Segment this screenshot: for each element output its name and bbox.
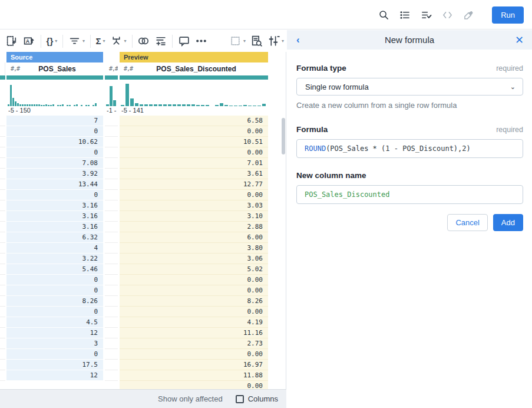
table-cell[interactable] (0, 137, 5, 147)
table-cell[interactable] (105, 381, 118, 389)
table-cell[interactable] (105, 169, 118, 179)
table-cell[interactable] (0, 296, 5, 307)
source-cell[interactable]: 3.16 (6, 222, 103, 232)
split-icon[interactable]: ▾ (110, 35, 127, 47)
source-cell[interactable]: 12 (6, 328, 103, 338)
preview-cell[interactable]: 0.00 (120, 349, 268, 360)
source-cell[interactable]: 10.62 (6, 137, 103, 147)
table-cell[interactable] (0, 147, 5, 158)
table-cell[interactable] (0, 126, 5, 137)
preview-cell[interactable]: 11.88 (120, 370, 268, 381)
rename-columns-icon[interactable]: A (23, 35, 35, 47)
source-cell[interactable]: 0 (6, 190, 103, 200)
source-cell[interactable]: 13.44 (6, 179, 103, 190)
table-cell[interactable] (0, 232, 5, 243)
source-cell[interactable]: 7.08 (6, 158, 103, 169)
show-only-affected-link[interactable]: Show only affected (158, 394, 223, 403)
comment-icon[interactable] (178, 35, 190, 47)
table-cell[interactable] (0, 275, 5, 285)
table-cell[interactable] (0, 370, 5, 381)
pos-sales-histogram[interactable] (6, 80, 103, 106)
table-cell[interactable] (0, 360, 5, 370)
table-cell[interactable] (105, 254, 118, 264)
table-cell[interactable] (0, 338, 5, 349)
analyze-icon[interactable] (250, 35, 263, 47)
table-cell[interactable] (105, 275, 118, 285)
source-cell[interactable]: 7 (6, 116, 103, 126)
source-cell[interactable]: 8.26 (6, 296, 103, 307)
table-cell[interactable] (0, 264, 5, 275)
source-cell[interactable]: 3 (6, 338, 103, 349)
table-cell[interactable] (0, 190, 5, 200)
add-button[interactable]: Add (493, 214, 523, 231)
table-cell[interactable] (105, 317, 118, 328)
table-cell[interactable] (105, 328, 118, 338)
preview-cell[interactable]: 0.00 (120, 307, 268, 317)
table-cell[interactable] (0, 158, 5, 169)
table-cell[interactable] (0, 211, 5, 222)
table-cell[interactable] (105, 116, 118, 126)
source-cell[interactable]: 4.5 (6, 317, 103, 328)
source-cell[interactable]: 6.32 (6, 232, 103, 243)
source-cell[interactable]: 3.16 (6, 211, 103, 222)
table-cell[interactable] (0, 381, 5, 389)
preview-cell[interactable]: 0.00 (120, 275, 268, 285)
preview-cell[interactable]: 3.10 (120, 211, 268, 222)
table-cell[interactable] (0, 349, 5, 360)
reorder-columns-icon[interactable] (6, 35, 18, 47)
close-icon[interactable]: ✕ (515, 35, 524, 45)
filter-lines-icon[interactable]: ▾ (68, 35, 85, 47)
table-cell[interactable] (105, 285, 118, 296)
sigma-icon[interactable]: Σ▾ (96, 35, 105, 47)
preview-cell[interactable]: 2.73 (120, 338, 268, 349)
formula-input[interactable]: ROUND(POS_Sales * (1 - POS_Discount),2) (296, 139, 523, 158)
vertical-scrollbar[interactable] (282, 118, 285, 154)
source-cell[interactable] (6, 381, 103, 389)
preview-cell[interactable]: 7.01 (120, 158, 268, 169)
column-name[interactable]: POS_Sales (19, 65, 95, 73)
preview-cell[interactable]: 0.00 (120, 126, 268, 137)
column-name[interactable]: POS_Sales_Discounted (133, 65, 260, 73)
preview-cell[interactable]: 12.77 (120, 179, 268, 190)
table-cell[interactable] (105, 338, 118, 349)
table-cell[interactable] (105, 296, 118, 307)
table-cell[interactable] (0, 200, 5, 211)
source-cell[interactable]: 12 (6, 370, 103, 381)
source-cell[interactable]: 0 (6, 126, 103, 137)
source-cell[interactable]: 0 (6, 307, 103, 317)
cancel-button[interactable]: Cancel (447, 214, 487, 231)
preview-cell[interactable]: 4.19 (120, 317, 268, 328)
table-cell[interactable] (105, 158, 118, 169)
list-icon[interactable] (399, 9, 411, 21)
table-cell[interactable] (0, 116, 5, 126)
preview-cell[interactable]: 3.61 (120, 169, 268, 179)
table-cell[interactable] (105, 360, 118, 370)
table-cell[interactable] (105, 190, 118, 200)
table-cell[interactable] (105, 264, 118, 275)
preview-cell[interactable]: 3.06 (120, 254, 268, 264)
table-cell[interactable] (0, 169, 5, 179)
preview-cell[interactable]: 16.97 (120, 360, 268, 370)
run-button[interactable]: Run (492, 6, 524, 24)
search-icon[interactable] (378, 9, 389, 21)
preview-cell[interactable]: 2.88 (120, 222, 268, 232)
preview-cell[interactable]: 8.26 (120, 296, 268, 307)
source-cell[interactable]: 0 (6, 147, 103, 158)
source-cell[interactable]: 3.22 (6, 254, 103, 264)
back-icon[interactable]: ‹ (296, 35, 300, 45)
table-cell[interactable] (0, 307, 5, 317)
table-cell[interactable] (105, 211, 118, 222)
columns-checkbox[interactable] (236, 395, 244, 403)
table-cell[interactable] (0, 243, 5, 254)
tune-sliders-icon[interactable]: ▾ (267, 35, 284, 47)
source-cell[interactable]: 5.46 (6, 264, 103, 275)
table-cell[interactable] (105, 126, 118, 137)
table-cell[interactable] (105, 179, 118, 190)
source-cell[interactable]: 3.16 (6, 200, 103, 211)
table-cell[interactable] (0, 328, 5, 338)
source-cell[interactable]: 17.5 (6, 360, 103, 370)
source-cell[interactable]: 3.92 (6, 169, 103, 179)
preview-cell[interactable]: 0.00 (120, 147, 268, 158)
formula-type-select[interactable]: Single row formula ⌄ (296, 78, 523, 96)
source-cell[interactable]: 0 (6, 275, 103, 285)
